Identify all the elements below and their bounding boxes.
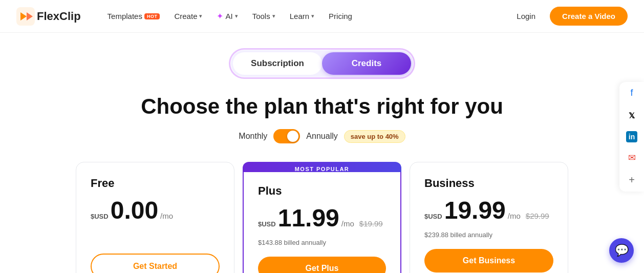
plus-plan-wrapper: MOST POPULAR Plus $USD 11.99 /mo $19.99 … [243,162,401,273]
create-video-button[interactable]: Create a Video [550,7,628,26]
plus-original-price: $19.99 [359,219,383,228]
business-price-row: $USD 19.99 /mo $29.99 [424,198,553,223]
plus-period: /mo [341,219,354,228]
tools-chevron: ▾ [272,13,275,19]
ai-chevron: ▾ [235,13,238,19]
free-plan-card: Free $USD 0.00 /mo Get Started [76,162,234,273]
free-plan-name: Free [91,177,220,190]
annually-label: Annually [306,132,337,141]
nav-tools[interactable]: Tools ▾ [246,8,282,25]
logo-text: FlexClip [37,10,81,23]
free-period: /mo [160,212,173,220]
plus-amount: 11.99 [278,206,339,230]
business-plan-name: Business [424,177,553,190]
free-price-row: $USD 0.00 /mo [91,198,220,223]
nav-templates[interactable]: Templates HOT [101,8,166,25]
business-currency: $USD [424,213,442,220]
business-original-price: $29.99 [526,212,549,220]
plus-currency: $USD [258,220,276,228]
tab-subscription[interactable]: Subscription [233,52,322,75]
nav-right: Login Create a Video [510,7,628,26]
pricing-cards: Free $USD 0.00 /mo Get Started MOST POPU… [0,162,644,273]
twitter-icon[interactable]: 𝕏 [625,109,639,123]
plus-plan-name: Plus [258,184,386,198]
plus-price-row: $USD 11.99 /mo $19.99 [258,206,386,230]
free-cta-button[interactable]: Get Started [91,254,220,273]
billing-switch[interactable] [273,129,300,143]
chat-icon: 💬 [615,244,629,257]
business-period: /mo [508,212,521,220]
main-content: Subscription Credits Choose the plan tha… [0,33,644,273]
business-amount: 19.99 [444,198,506,223]
nav-create[interactable]: Create ▾ [168,8,208,25]
ai-star-icon: ✦ [217,11,223,21]
share-plus-icon[interactable]: + [625,173,639,187]
nav-ai[interactable]: ✦ AI ▾ [210,7,244,25]
plus-billed-note: $143.88 billed annually [258,239,386,246]
toggle-knob [287,131,298,142]
free-currency: $USD [91,213,109,220]
business-billed-note: $239.88 billed annually [424,231,553,239]
billing-toggle: Monthly Annually save up to 40% [239,129,405,143]
chat-button[interactable]: 💬 [609,238,634,263]
business-cta-button[interactable]: Get Business [424,249,553,272]
email-icon[interactable]: ✉ [625,151,639,165]
pricing-tab-toggle: Subscription Credits [230,49,414,78]
plus-plan-card: Plus $USD 11.99 /mo $19.99 $143.88 bille… [243,172,401,273]
login-button[interactable]: Login [510,8,542,25]
navbar: FlexClip Templates HOT Create ▾ ✦ AI ▾ T… [0,0,644,33]
create-chevron: ▾ [199,13,202,19]
tab-credits[interactable]: Credits [322,52,411,75]
templates-hot-badge: HOT [144,13,160,19]
facebook-icon[interactable]: f [625,86,639,100]
nav-learn[interactable]: Learn ▾ [284,8,320,25]
nav-links: Templates HOT Create ▾ ✦ AI ▾ Tools ▾ Le… [101,7,511,25]
business-plan-card: Business $USD 19.99 /mo $29.99 $239.88 b… [410,162,568,273]
save-badge: save up to 40% [344,130,405,143]
logo[interactable]: FlexClip [16,7,81,26]
main-heading: Choose the plan that's right for you [141,94,503,119]
monthly-label: Monthly [239,132,267,141]
social-sidebar: f 𝕏 in ✉ + [619,82,644,192]
nav-pricing[interactable]: Pricing [323,8,358,25]
learn-chevron: ▾ [311,13,314,19]
free-amount: 0.00 [111,198,158,223]
plus-cta-button[interactable]: Get Plus [258,257,386,273]
linkedin-icon[interactable]: in [626,131,637,142]
